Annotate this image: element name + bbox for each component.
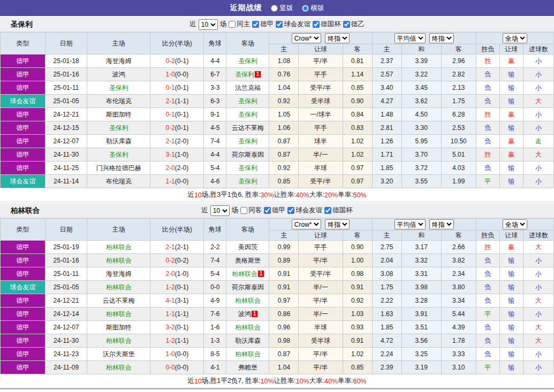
score-cell: 3-1(1-0): [150, 148, 204, 162]
col-avg-draw: 和: [401, 44, 441, 55]
league-filter-checkbox-label[interactable]: 德甲: [264, 206, 285, 215]
away-team: 圣保利: [226, 95, 269, 108]
corners-cell: 4-4: [204, 55, 226, 68]
fullmatch-select[interactable]: 全场: [503, 33, 527, 43]
handicap-home-odds: 0.91: [269, 281, 299, 294]
layout-radio-vertical-label[interactable]: 竖版: [271, 4, 293, 13]
league-filter-checkbox[interactable]: [313, 21, 320, 28]
corners-cell: 7-4: [204, 254, 226, 267]
home-team-name: 柏林联合: [106, 337, 132, 344]
halftime-score: (1-0): [175, 151, 188, 158]
halftime-score: (1-0): [175, 270, 188, 278]
filters-bar: 近10场同主德甲球会友谊德国杯德乙: [189, 19, 365, 30]
league-filter-checkbox-label[interactable]: 德乙: [343, 20, 365, 29]
halftime-score: (0-1): [175, 124, 188, 132]
league-filter-text: 球会友谊: [295, 206, 322, 215]
odds-company-select[interactable]: Crow*: [292, 33, 321, 43]
score-cell: 0-2(0-2): [150, 254, 204, 267]
fullmatch-select[interactable]: 全场: [503, 219, 527, 229]
handicap-away-odds: 0.93: [343, 321, 372, 334]
same-venue-checkbox-label[interactable]: 同客: [240, 206, 262, 215]
odds-company-select[interactable]: Crow*: [292, 219, 321, 229]
league-filter-checkbox-label[interactable]: 球会友谊: [276, 20, 310, 29]
corners-cell: 4-5: [204, 121, 226, 135]
match-row: 德甲24-12-14柏林联合1-1(1-1)7-6波鸿10.86半/一1.031…: [1, 308, 554, 321]
league-filter-checkbox-label[interactable]: 德甲: [252, 20, 274, 29]
halftime-score: (0-1): [175, 84, 188, 91]
home-team-name: 布伦瑞克: [106, 178, 132, 185]
handicap-home-odds: 1.08: [269, 55, 299, 68]
result-goals: 小: [523, 308, 553, 321]
col-corners: 角球: [204, 219, 226, 241]
layout-radio-horizontal[interactable]: [302, 5, 309, 12]
avg-source-select[interactable]: 平均值: [394, 219, 426, 229]
same-venue-checkbox[interactable]: [229, 21, 236, 28]
avg-source-select[interactable]: 平均值: [394, 33, 426, 43]
handicap-line: 平/半: [299, 55, 343, 68]
fulltime-score: 1-0: [165, 350, 174, 358]
match-date: 24-11-30: [45, 148, 87, 162]
avg-draw-odds: 3.25: [401, 348, 441, 361]
result-outcome: 负: [476, 254, 499, 267]
handicap-away-odds: 0.85: [343, 81, 372, 95]
match-date: 24-11-25: [45, 162, 87, 175]
home-team: 布伦瑞克: [87, 175, 150, 188]
result-outcome: 负: [476, 334, 499, 348]
avg-away-odds: 4.03: [441, 162, 476, 175]
handicap-line: 受平/半: [299, 267, 343, 281]
away-team: 勒沃库森: [226, 334, 269, 348]
away-team: 圣保利: [226, 55, 269, 68]
avg-home-odds: 2.75: [372, 241, 401, 254]
league-filter-checkbox-label[interactable]: 德国杯: [324, 206, 353, 215]
league-filter-checkbox-label[interactable]: 德国杯: [313, 20, 341, 29]
avg-stage-select[interactable]: 终指: [429, 33, 454, 43]
away-team-name: 波鸿: [238, 310, 251, 318]
same-venue-checkbox-label[interactable]: 同主: [229, 20, 250, 29]
league-filter-checkbox[interactable]: [276, 21, 283, 28]
halftime-score: (0-0): [175, 178, 188, 185]
recent-count-select[interactable]: 10: [210, 205, 230, 216]
section-summary: 近10场,胜3平1负6, 胜率:30% 让胜率:40% 大率:20% 单率:50…: [0, 188, 554, 202]
summary-text: 大率:: [309, 190, 324, 199]
fulltime-score: 2-1: [165, 137, 174, 145]
fulltime-score: 0-2: [165, 57, 174, 65]
home-team-name: 沃尔夫斯堡: [103, 350, 135, 358]
summary-text: 单率:: [338, 376, 353, 386]
odds-stage-select[interactable]: 终指: [325, 219, 350, 229]
layout-radio-vertical-text: 竖版: [280, 4, 293, 13]
league-filter-checkbox[interactable]: [287, 207, 294, 214]
layout-radio-horizontal-label[interactable]: 横版: [302, 4, 324, 13]
avg-home-odds: 1.63: [372, 308, 401, 321]
league-type-cell: 德甲: [1, 361, 45, 374]
fulltime-score: 3-1: [165, 151, 174, 158]
league-filter-checkbox[interactable]: [264, 207, 271, 214]
corners-cell: 1-6: [204, 321, 226, 334]
result-goals: 小: [523, 121, 553, 135]
recent-count-select[interactable]: 10: [199, 19, 218, 30]
header-selects-row: 类型 日期 主场 比分(半场) 角球 客场 Crow* 终指 平均值 终指 全场: [1, 33, 554, 44]
fulltime-score: 2-0: [165, 270, 174, 278]
col-avg-draw: 和: [401, 230, 441, 241]
score-cell: 1-0(0-0): [150, 348, 204, 361]
avg-home-odds: 1.85: [372, 321, 401, 334]
score-cell: 3-2(0-1): [150, 321, 204, 334]
away-team: 荷尔斯泰因: [226, 281, 269, 294]
corners-cell: 9-1: [204, 108, 226, 121]
halftime-score: (0-0): [175, 350, 188, 358]
home-team-name: 勒沃库森: [106, 137, 132, 145]
match-date: 24-12-15: [45, 121, 87, 135]
odds-stage-select[interactable]: 终指: [325, 33, 350, 43]
home-team-name: 圣保利: [109, 124, 128, 132]
handicap-group-header: Crow* 终指: [269, 219, 372, 230]
score-cell: 2-1(1-1): [150, 95, 204, 108]
same-venue-checkbox[interactable]: [240, 207, 247, 214]
layout-radio-vertical[interactable]: [271, 5, 278, 12]
avg-stage-select[interactable]: 终指: [429, 219, 454, 229]
league-filter-checkbox[interactable]: [343, 21, 350, 28]
avg-draw-odds: 3.70: [401, 148, 441, 162]
league-filter-checkbox-label[interactable]: 球会友谊: [287, 206, 322, 215]
avg-away-odds: 1.99: [441, 175, 476, 188]
red-card-badge: 1: [255, 71, 261, 78]
league-filter-checkbox[interactable]: [252, 21, 259, 28]
league-filter-checkbox[interactable]: [324, 207, 331, 214]
